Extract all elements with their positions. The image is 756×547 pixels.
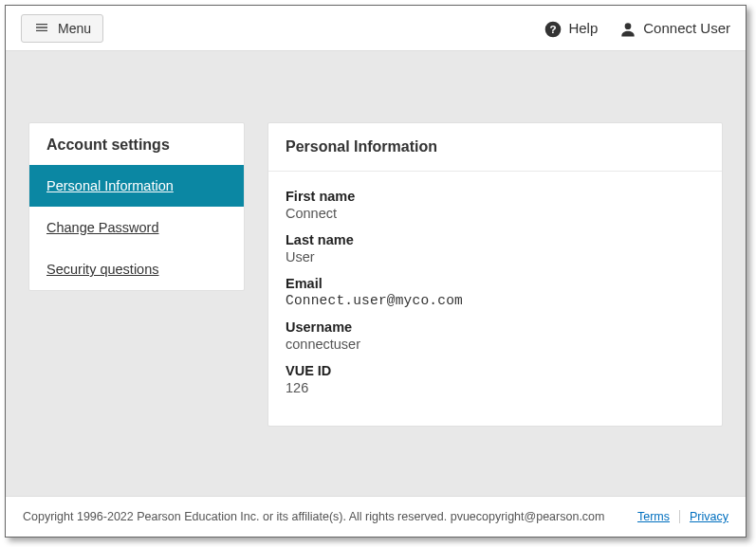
- field-label: Username: [286, 319, 705, 335]
- sidebar: Account settings Personal Information Ch…: [28, 122, 245, 291]
- sidebar-title: Account settings: [29, 123, 244, 165]
- footer-copyright: Copyright 1996-2022 Pearson Education In…: [23, 510, 626, 523]
- footer-link-label: Terms: [637, 510, 670, 523]
- field-value: User: [286, 249, 705, 264]
- field-username: Username connectuser: [286, 314, 705, 357]
- field-value: 126: [286, 380, 705, 395]
- field-value: connectuser: [286, 337, 705, 352]
- main-panel: Personal Information First name Connect …: [267, 122, 723, 427]
- sidebar-item-security-questions[interactable]: Security questions: [29, 248, 244, 290]
- field-value: Connect.user@myco.com: [286, 293, 705, 308]
- footer-divider: [679, 510, 680, 523]
- footer-privacy-link[interactable]: Privacy: [690, 510, 728, 523]
- help-icon: ?: [544, 20, 561, 37]
- svg-point-2: [625, 23, 632, 29]
- hamburger-icon: [33, 20, 50, 37]
- footer-links: Terms Privacy: [637, 510, 728, 523]
- sidebar-item-change-password[interactable]: Change Password: [29, 207, 244, 248]
- sidebar-item-label: Personal Information: [46, 178, 174, 193]
- field-vue-id: VUE ID 126: [286, 357, 705, 401]
- sidebar-item-label: Security questions: [46, 262, 158, 277]
- user-menu[interactable]: Connect User: [618, 20, 730, 37]
- field-first-name: First name Connect: [286, 183, 705, 227]
- sidebar-item-label: Change Password: [46, 220, 159, 235]
- field-label: Last name: [286, 232, 705, 247]
- topbar: Menu ? Help Connect User: [6, 6, 746, 51]
- field-email: Email Connect.user@myco.com: [286, 270, 705, 314]
- field-label: Email: [286, 276, 705, 291]
- menu-button[interactable]: Menu: [21, 14, 103, 43]
- help-link[interactable]: ? Help: [544, 20, 598, 37]
- topbar-right: ? Help Connect User: [544, 20, 730, 37]
- field-last-name: Last name User: [286, 227, 705, 270]
- content-area: Account settings Personal Information Ch…: [6, 51, 746, 496]
- field-label: First name: [286, 189, 705, 204]
- menu-button-label: Menu: [58, 21, 91, 36]
- user-label: Connect User: [643, 20, 730, 36]
- sidebar-item-personal-information[interactable]: Personal Information: [29, 165, 244, 207]
- footer: Copyright 1996-2022 Pearson Education In…: [6, 496, 746, 537]
- panel-body: First name Connect Last name User Email …: [268, 172, 722, 426]
- user-icon: [618, 20, 636, 37]
- app-window: Menu ? Help Connect User Account setting…: [5, 5, 747, 538]
- footer-link-label: Privacy: [690, 510, 728, 523]
- help-label: Help: [568, 20, 598, 36]
- field-value: Connect: [286, 206, 705, 221]
- panel-title: Personal Information: [268, 123, 722, 172]
- svg-text:?: ?: [550, 23, 557, 35]
- footer-terms-link[interactable]: Terms: [637, 510, 670, 523]
- field-label: VUE ID: [286, 363, 705, 378]
